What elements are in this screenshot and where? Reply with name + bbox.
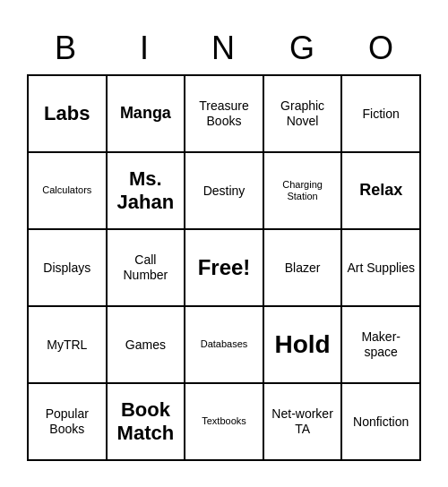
bingo-cell: Hold: [264, 307, 343, 384]
header-letter: B: [27, 26, 106, 71]
bingo-cell: Free!: [185, 230, 264, 307]
bingo-cell: Call Number: [108, 230, 186, 307]
bingo-cell: Art Supplies: [342, 230, 421, 307]
bingo-cell: Manga: [108, 76, 186, 153]
bingo-cell: Graphic Novel: [264, 76, 343, 153]
bingo-card: BINGO LabsMangaTreasure BooksGraphic Nov…: [18, 17, 430, 470]
header-letter: N: [185, 26, 263, 71]
header-letter: O: [342, 26, 421, 71]
bingo-cell: MyTRL: [29, 307, 108, 384]
bingo-cell: Ms. Jahan: [108, 153, 186, 230]
bingo-cell: Popular Books: [29, 384, 108, 461]
bingo-cell: Databases: [185, 307, 264, 384]
bingo-grid: LabsMangaTreasure BooksGraphic NovelFict…: [27, 74, 421, 461]
bingo-cell: Charging Station: [264, 153, 343, 230]
bingo-cell: Fiction: [342, 76, 421, 153]
bingo-cell: Destiny: [185, 153, 264, 230]
header-letter: I: [106, 26, 185, 71]
bingo-cell: Treasure Books: [185, 76, 264, 153]
bingo-cell: Games: [108, 307, 186, 384]
bingo-header: BINGO: [27, 26, 421, 71]
bingo-cell: Labs: [29, 76, 108, 153]
bingo-cell: Net-worker TA: [264, 384, 343, 461]
bingo-cell: Calculators: [29, 153, 108, 230]
bingo-cell: Blazer: [264, 230, 343, 307]
header-letter: G: [263, 26, 342, 71]
bingo-cell: Textbooks: [185, 384, 264, 461]
bingo-cell: Displays: [29, 230, 108, 307]
bingo-cell: Relax: [342, 153, 421, 230]
bingo-cell: Nonfiction: [342, 384, 421, 461]
bingo-cell: Book Match: [108, 384, 186, 461]
bingo-cell: Maker-space: [342, 307, 421, 384]
